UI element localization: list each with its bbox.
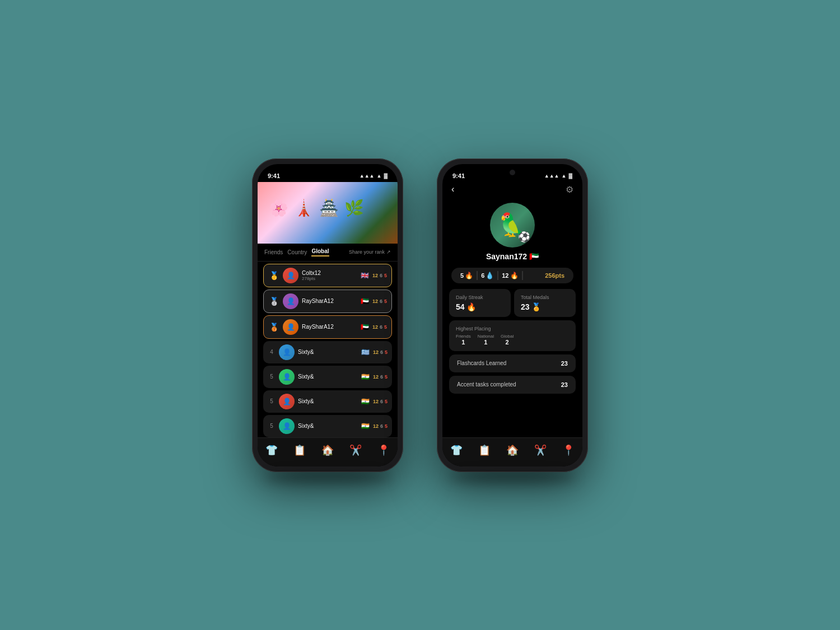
divider-1 (477, 271, 478, 280)
nav-wardrobe-right[interactable]: 👕 (450, 444, 463, 456)
placing-national-label: National (478, 334, 494, 339)
banner-image (258, 182, 398, 244)
nav-location-left[interactable]: 📍 (377, 444, 390, 456)
settings-button[interactable]: ⚙ (566, 184, 573, 195)
silver-score-1: 6 (380, 273, 382, 278)
tab-friends[interactable]: Friends (264, 249, 283, 255)
pts-1: 278pts (302, 276, 357, 281)
flashcards-row: Flashcards Learned 23 (449, 354, 576, 372)
battery-icon: ▓ (384, 173, 388, 179)
medal-silver: 6 💧 (481, 272, 494, 279)
nav-home-right[interactable]: 🏠 (506, 444, 519, 456)
user-info-1: Coltx12 278pts (302, 270, 357, 281)
rank-badge-1: 🥇 (268, 271, 279, 280)
share-rank-label: Share your rank (349, 249, 385, 255)
highest-placing-values: Friends 1 National 1 Global 2 (456, 334, 569, 346)
flashcards-value: 23 (561, 360, 568, 367)
daily-streak-value: 54 🔥 (456, 302, 504, 311)
time-right: 9:41 (452, 172, 465, 179)
time-left: 9:41 (268, 172, 280, 179)
medal-gold: 5 🔥 (460, 272, 473, 279)
fire-emoji-2: 🔥 (510, 272, 519, 279)
leaderboard-row-7[interactable]: 5 👤 Sixty& 🇮🇳 12 6 5 (263, 415, 392, 437)
leaderboard-row-5[interactable]: 5 👤 Sixty& 🇮🇳 12 6 5 (263, 366, 392, 388)
avatar-5: 👤 (279, 369, 295, 385)
nav-cards-right[interactable]: 📋 (478, 444, 491, 456)
accent-tasks-row: Accent tasks completed 23 (449, 376, 576, 394)
avatar-6: 👤 (279, 394, 295, 409)
bottom-nav-left: 👕 📋 🏠 ✂️ 📍 (258, 437, 398, 466)
tab-global[interactable]: Global (311, 248, 329, 256)
scores-3: 12 6 5 (372, 324, 387, 330)
avatar-3: 👤 (283, 319, 298, 335)
gold-count: 5 (460, 272, 464, 279)
signal-bars-icon: ▲▲▲ (544, 173, 559, 179)
avatar-1: 👤 (283, 268, 298, 283)
profile-username: Saynan172 🇦🇪 (486, 252, 539, 261)
phones-container: 9:41 ▲▲▲ ▲ ▓ Friends Country Global Shar… (252, 158, 588, 472)
nav-scissors-right[interactable]: ✂️ (534, 444, 547, 456)
nav-home-left[interactable]: 🏠 (321, 444, 334, 456)
user-flag: 🇦🇪 (529, 252, 539, 261)
nav-scissors-left[interactable]: ✂️ (349, 444, 362, 456)
daily-streak-label: Daily Streak (456, 295, 504, 300)
flashcards-label: Flashcards Learned (457, 360, 506, 366)
water-emoji: 💧 (486, 272, 494, 279)
leaderboard-row-1[interactable]: 🥇 👤 Coltx12 278pts 🇬🇧 12 6 5 (263, 264, 392, 287)
total-medals-value: 23 🏅 (521, 302, 569, 311)
gold-score-1: 12 (372, 273, 378, 278)
leaderboard-list: 🥇 👤 Coltx12 278pts 🇬🇧 12 6 5 🥈 (258, 262, 398, 452)
leaderboard-row-6[interactable]: 5 👤 Sixty& 🇮🇳 12 6 5 (263, 390, 392, 413)
red-score-1: 5 (384, 273, 387, 278)
placing-friends: Friends 1 (456, 334, 471, 346)
profile-header: ‹ ⚙ (442, 182, 582, 197)
battery-icon-right: ▓ (568, 173, 572, 179)
points-label: 256pts (545, 272, 564, 279)
accent-tasks-value: 23 (561, 381, 568, 388)
wifi-icon: ▲ (377, 173, 382, 179)
phone-left-screen: 9:41 ▲▲▲ ▲ ▓ Friends Country Global Shar… (258, 164, 398, 466)
avatar-4: 👤 (279, 344, 295, 360)
placing-friends-value: 1 (461, 339, 465, 346)
back-button[interactable]: ‹ (451, 184, 454, 194)
avatar-7: 👤 (279, 418, 295, 434)
status-bar-left: 9:41 ▲▲▲ ▲ ▓ (258, 164, 398, 182)
bottom-nav-right: 👕 📋 🏠 ✂️ 📍 (442, 437, 582, 466)
status-icons-right: ▲▲▲ ▲ ▓ (544, 173, 572, 179)
profile-avatar-section: Saynan172 🇦🇪 (442, 197, 582, 268)
leaderboard-row-4[interactable]: 4 👤 Sixty& 🇬🇷 12 6 5 (263, 341, 392, 363)
profile-avatar (490, 203, 535, 248)
camera-dot (510, 170, 515, 175)
placing-national: National 1 (478, 334, 494, 346)
signal-icon: ▲▲▲ (360, 173, 375, 179)
phone-left: 9:41 ▲▲▲ ▲ ▓ Friends Country Global Shar… (252, 158, 403, 472)
scores-2: 12 6 5 (372, 298, 387, 304)
share-icon: ↗ (386, 249, 391, 255)
medal-emoji: 🏅 (531, 302, 541, 311)
flag-1: 🇬🇧 (361, 272, 369, 279)
placing-national-value: 1 (484, 339, 487, 346)
flag-3: 🇦🇪 (361, 323, 369, 331)
highest-placing-card: Highest Placing Friends 1 National 1 Glo… (449, 320, 576, 351)
stats-grid: Daily Streak 54 🔥 Total Medals 23 🏅 (442, 289, 582, 317)
tab-country[interactable]: Country (287, 249, 307, 255)
nav-location-right[interactable]: 📍 (562, 444, 575, 456)
scores-1: 12 6 5 (372, 273, 387, 278)
leaderboard-tabs[interactable]: Friends Country Global Share your rank ↗ (258, 244, 398, 262)
total-medals-label: Total Medals (521, 295, 569, 300)
nav-cards-left[interactable]: 📋 (293, 444, 306, 456)
rank-num-4: 4 (268, 349, 276, 355)
placing-global-value: 2 (506, 339, 509, 346)
rank-badge-2: 🥈 (268, 297, 279, 306)
phone-right-screen: 9:41 ▲▲▲ ▲ ▓ ‹ ⚙ Saynan172 🇦🇪 (442, 164, 582, 466)
divider-2 (497, 271, 498, 280)
flag-2: 🇦🇪 (361, 297, 369, 305)
bronze-count: 12 (502, 272, 508, 279)
leaderboard-row-3[interactable]: 🥉 👤 RaySharA12 🇦🇪 12 6 5 (263, 315, 392, 339)
highest-placing-label: Highest Placing (456, 326, 569, 332)
nav-wardrobe-left[interactable]: 👕 (265, 444, 278, 456)
placing-friends-label: Friends (456, 334, 471, 339)
username-3: RaySharA12 (302, 324, 357, 330)
share-rank[interactable]: Share your rank ↗ (349, 249, 391, 255)
leaderboard-row-2[interactable]: 🥈 👤 RaySharA12 🇦🇪 12 6 5 (263, 290, 392, 313)
